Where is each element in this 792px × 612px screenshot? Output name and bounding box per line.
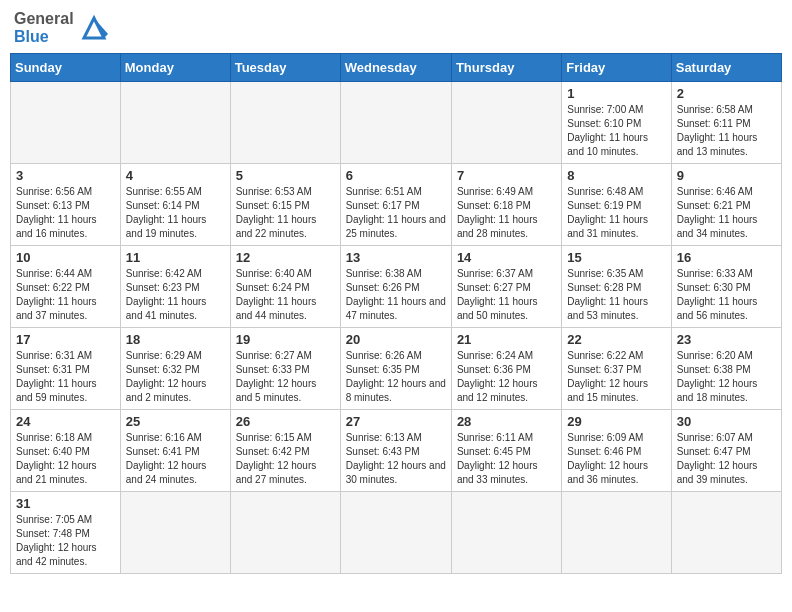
day-cell bbox=[120, 492, 230, 574]
day-number: 26 bbox=[236, 414, 335, 429]
day-info: Sunrise: 6:58 AM Sunset: 6:11 PM Dayligh… bbox=[677, 103, 776, 159]
day-info: Sunrise: 6:44 AM Sunset: 6:22 PM Dayligh… bbox=[16, 267, 115, 323]
day-cell: 22Sunrise: 6:22 AM Sunset: 6:37 PM Dayli… bbox=[562, 328, 671, 410]
day-cell: 13Sunrise: 6:38 AM Sunset: 6:26 PM Dayli… bbox=[340, 246, 451, 328]
day-cell: 10Sunrise: 6:44 AM Sunset: 6:22 PM Dayli… bbox=[11, 246, 121, 328]
day-cell bbox=[11, 82, 121, 164]
day-cell: 14Sunrise: 6:37 AM Sunset: 6:27 PM Dayli… bbox=[451, 246, 561, 328]
day-info: Sunrise: 6:56 AM Sunset: 6:13 PM Dayligh… bbox=[16, 185, 115, 241]
day-number: 20 bbox=[346, 332, 446, 347]
day-cell: 15Sunrise: 6:35 AM Sunset: 6:28 PM Dayli… bbox=[562, 246, 671, 328]
day-info: Sunrise: 6:49 AM Sunset: 6:18 PM Dayligh… bbox=[457, 185, 556, 241]
day-number: 1 bbox=[567, 86, 665, 101]
weekday-header-saturday: Saturday bbox=[671, 54, 781, 82]
weekday-header-sunday: Sunday bbox=[11, 54, 121, 82]
week-row-5: 31Sunrise: 7:05 AM Sunset: 7:48 PM Dayli… bbox=[11, 492, 782, 574]
day-cell: 6Sunrise: 6:51 AM Sunset: 6:17 PM Daylig… bbox=[340, 164, 451, 246]
day-info: Sunrise: 6:48 AM Sunset: 6:19 PM Dayligh… bbox=[567, 185, 665, 241]
day-cell bbox=[451, 82, 561, 164]
weekday-header-row: SundayMondayTuesdayWednesdayThursdayFrid… bbox=[11, 54, 782, 82]
day-cell: 27Sunrise: 6:13 AM Sunset: 6:43 PM Dayli… bbox=[340, 410, 451, 492]
week-row-2: 10Sunrise: 6:44 AM Sunset: 6:22 PM Dayli… bbox=[11, 246, 782, 328]
day-number: 22 bbox=[567, 332, 665, 347]
day-cell bbox=[230, 82, 340, 164]
day-cell: 3Sunrise: 6:56 AM Sunset: 6:13 PM Daylig… bbox=[11, 164, 121, 246]
day-cell: 7Sunrise: 6:49 AM Sunset: 6:18 PM Daylig… bbox=[451, 164, 561, 246]
day-number: 29 bbox=[567, 414, 665, 429]
day-info: Sunrise: 6:51 AM Sunset: 6:17 PM Dayligh… bbox=[346, 185, 446, 241]
day-number: 13 bbox=[346, 250, 446, 265]
day-cell: 17Sunrise: 6:31 AM Sunset: 6:31 PM Dayli… bbox=[11, 328, 121, 410]
day-cell: 31Sunrise: 7:05 AM Sunset: 7:48 PM Dayli… bbox=[11, 492, 121, 574]
day-cell: 9Sunrise: 6:46 AM Sunset: 6:21 PM Daylig… bbox=[671, 164, 781, 246]
day-info: Sunrise: 6:35 AM Sunset: 6:28 PM Dayligh… bbox=[567, 267, 665, 323]
day-cell: 16Sunrise: 6:33 AM Sunset: 6:30 PM Dayli… bbox=[671, 246, 781, 328]
day-number: 21 bbox=[457, 332, 556, 347]
day-number: 17 bbox=[16, 332, 115, 347]
day-cell bbox=[230, 492, 340, 574]
day-cell: 11Sunrise: 6:42 AM Sunset: 6:23 PM Dayli… bbox=[120, 246, 230, 328]
day-cell: 28Sunrise: 6:11 AM Sunset: 6:45 PM Dayli… bbox=[451, 410, 561, 492]
day-cell: 25Sunrise: 6:16 AM Sunset: 6:41 PM Dayli… bbox=[120, 410, 230, 492]
weekday-header-thursday: Thursday bbox=[451, 54, 561, 82]
day-info: Sunrise: 6:55 AM Sunset: 6:14 PM Dayligh… bbox=[126, 185, 225, 241]
week-row-3: 17Sunrise: 6:31 AM Sunset: 6:31 PM Dayli… bbox=[11, 328, 782, 410]
logo-text: General Blue bbox=[14, 10, 74, 45]
day-info: Sunrise: 6:13 AM Sunset: 6:43 PM Dayligh… bbox=[346, 431, 446, 487]
day-cell: 5Sunrise: 6:53 AM Sunset: 6:15 PM Daylig… bbox=[230, 164, 340, 246]
day-number: 19 bbox=[236, 332, 335, 347]
day-info: Sunrise: 6:42 AM Sunset: 6:23 PM Dayligh… bbox=[126, 267, 225, 323]
day-info: Sunrise: 6:15 AM Sunset: 6:42 PM Dayligh… bbox=[236, 431, 335, 487]
day-number: 15 bbox=[567, 250, 665, 265]
weekday-header-monday: Monday bbox=[120, 54, 230, 82]
day-info: Sunrise: 6:18 AM Sunset: 6:40 PM Dayligh… bbox=[16, 431, 115, 487]
logo: General Blue bbox=[14, 10, 108, 45]
day-cell bbox=[120, 82, 230, 164]
day-info: Sunrise: 6:09 AM Sunset: 6:46 PM Dayligh… bbox=[567, 431, 665, 487]
day-info: Sunrise: 6:11 AM Sunset: 6:45 PM Dayligh… bbox=[457, 431, 556, 487]
day-cell bbox=[340, 82, 451, 164]
day-cell: 20Sunrise: 6:26 AM Sunset: 6:35 PM Dayli… bbox=[340, 328, 451, 410]
day-number: 2 bbox=[677, 86, 776, 101]
day-cell: 12Sunrise: 6:40 AM Sunset: 6:24 PM Dayli… bbox=[230, 246, 340, 328]
day-number: 5 bbox=[236, 168, 335, 183]
day-number: 4 bbox=[126, 168, 225, 183]
day-cell: 19Sunrise: 6:27 AM Sunset: 6:33 PM Dayli… bbox=[230, 328, 340, 410]
day-info: Sunrise: 6:31 AM Sunset: 6:31 PM Dayligh… bbox=[16, 349, 115, 405]
logo-triangle-icon bbox=[80, 14, 108, 42]
day-number: 24 bbox=[16, 414, 115, 429]
weekday-header-friday: Friday bbox=[562, 54, 671, 82]
day-number: 16 bbox=[677, 250, 776, 265]
day-info: Sunrise: 6:53 AM Sunset: 6:15 PM Dayligh… bbox=[236, 185, 335, 241]
calendar: SundayMondayTuesdayWednesdayThursdayFrid… bbox=[10, 53, 782, 574]
day-number: 12 bbox=[236, 250, 335, 265]
day-info: Sunrise: 6:29 AM Sunset: 6:32 PM Dayligh… bbox=[126, 349, 225, 405]
day-info: Sunrise: 7:05 AM Sunset: 7:48 PM Dayligh… bbox=[16, 513, 115, 569]
day-cell: 23Sunrise: 6:20 AM Sunset: 6:38 PM Dayli… bbox=[671, 328, 781, 410]
day-number: 31 bbox=[16, 496, 115, 511]
day-cell: 30Sunrise: 6:07 AM Sunset: 6:47 PM Dayli… bbox=[671, 410, 781, 492]
header: General Blue bbox=[10, 10, 782, 45]
day-number: 25 bbox=[126, 414, 225, 429]
day-number: 23 bbox=[677, 332, 776, 347]
day-cell: 1Sunrise: 7:00 AM Sunset: 6:10 PM Daylig… bbox=[562, 82, 671, 164]
day-number: 8 bbox=[567, 168, 665, 183]
day-info: Sunrise: 6:07 AM Sunset: 6:47 PM Dayligh… bbox=[677, 431, 776, 487]
day-info: Sunrise: 6:20 AM Sunset: 6:38 PM Dayligh… bbox=[677, 349, 776, 405]
day-cell bbox=[671, 492, 781, 574]
day-number: 3 bbox=[16, 168, 115, 183]
day-cell: 18Sunrise: 6:29 AM Sunset: 6:32 PM Dayli… bbox=[120, 328, 230, 410]
day-cell: 2Sunrise: 6:58 AM Sunset: 6:11 PM Daylig… bbox=[671, 82, 781, 164]
day-info: Sunrise: 6:27 AM Sunset: 6:33 PM Dayligh… bbox=[236, 349, 335, 405]
day-cell: 4Sunrise: 6:55 AM Sunset: 6:14 PM Daylig… bbox=[120, 164, 230, 246]
day-number: 27 bbox=[346, 414, 446, 429]
day-info: Sunrise: 6:33 AM Sunset: 6:30 PM Dayligh… bbox=[677, 267, 776, 323]
day-cell: 8Sunrise: 6:48 AM Sunset: 6:19 PM Daylig… bbox=[562, 164, 671, 246]
day-info: Sunrise: 7:00 AM Sunset: 6:10 PM Dayligh… bbox=[567, 103, 665, 159]
day-number: 18 bbox=[126, 332, 225, 347]
day-number: 7 bbox=[457, 168, 556, 183]
week-row-4: 24Sunrise: 6:18 AM Sunset: 6:40 PM Dayli… bbox=[11, 410, 782, 492]
day-info: Sunrise: 6:22 AM Sunset: 6:37 PM Dayligh… bbox=[567, 349, 665, 405]
weekday-header-tuesday: Tuesday bbox=[230, 54, 340, 82]
day-number: 11 bbox=[126, 250, 225, 265]
